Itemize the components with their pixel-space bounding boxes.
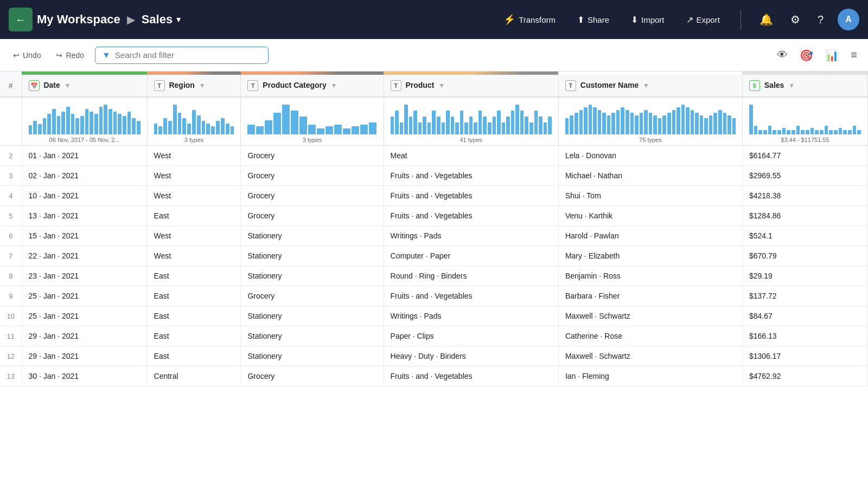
data-cell[interactable]: $670.79 bbox=[742, 246, 867, 266]
redo-button[interactable]: ↪ Redo bbox=[52, 48, 88, 63]
data-cell[interactable]: Grocery bbox=[241, 146, 384, 166]
transform-button[interactable]: ⚡ Transform bbox=[498, 10, 561, 29]
data-cell[interactable]: $6164.77 bbox=[742, 146, 867, 166]
data-cell[interactable]: Lela · Donovan bbox=[558, 146, 742, 166]
col-header-customer[interactable]: T Customer Name ▼ bbox=[558, 75, 742, 97]
data-cell[interactable]: Central bbox=[147, 366, 241, 386]
col-header-region[interactable]: T Region ▼ bbox=[147, 75, 241, 97]
data-cell[interactable]: Fruits · and · Vegetables bbox=[384, 166, 558, 186]
data-cell[interactable]: Barbara · Fisher bbox=[558, 286, 742, 306]
undo-button[interactable]: ↩ Undo bbox=[9, 48, 45, 63]
data-cell[interactable]: West bbox=[147, 166, 241, 186]
data-cell[interactable]: Benjamin · Ross bbox=[558, 266, 742, 286]
view-toggle-button[interactable]: 👁 bbox=[775, 47, 790, 63]
data-cell[interactable]: 30 · Jan · 2021 bbox=[22, 366, 147, 386]
data-cell[interactable]: $137.72 bbox=[742, 286, 867, 306]
avatar[interactable]: A bbox=[838, 9, 859, 30]
col-header-product[interactable]: T Product ▼ bbox=[384, 75, 558, 97]
data-cell[interactable]: 01 · Jan · 2021 bbox=[22, 146, 147, 166]
help-button[interactable]: ? bbox=[814, 10, 827, 29]
data-cell[interactable]: $1284.86 bbox=[742, 206, 867, 226]
customer-chart-label: 75 types bbox=[565, 137, 736, 143]
data-cell[interactable]: East bbox=[147, 266, 241, 286]
data-cell[interactable]: 23 · Jan · 2021 bbox=[22, 266, 147, 286]
data-cell[interactable]: Stationery bbox=[241, 226, 384, 246]
data-cell[interactable]: Stationery bbox=[241, 346, 384, 366]
notification-button[interactable]: 🔔 bbox=[756, 10, 776, 29]
data-cell[interactable]: East bbox=[147, 326, 241, 346]
export-button[interactable]: ↗ Export bbox=[681, 11, 725, 28]
data-cell[interactable]: Harold · Pawlan bbox=[558, 226, 742, 246]
data-cell[interactable]: $84.67 bbox=[742, 306, 867, 326]
chart-cell-customer: 75 types bbox=[558, 97, 742, 146]
data-cell[interactable]: Writings · Pads bbox=[384, 226, 558, 246]
data-cell[interactable]: $29.19 bbox=[742, 266, 867, 286]
filter-panel-button[interactable]: ≡ bbox=[848, 47, 859, 63]
data-cell[interactable]: West bbox=[147, 186, 241, 206]
data-cell[interactable]: East bbox=[147, 206, 241, 226]
data-cell[interactable]: 29 · Jan · 2021 bbox=[22, 326, 147, 346]
data-cell[interactable]: Fruits · and · Vegetables bbox=[384, 186, 558, 206]
data-cell[interactable]: Meat bbox=[384, 146, 558, 166]
data-cell[interactable]: East bbox=[147, 346, 241, 366]
data-cell[interactable]: 29 · Jan · 2021 bbox=[22, 346, 147, 366]
data-cell[interactable]: Grocery bbox=[241, 186, 384, 206]
data-cell[interactable]: Fruits · and · Vegetables bbox=[384, 286, 558, 306]
data-cell[interactable]: West bbox=[147, 146, 241, 166]
data-cell[interactable]: 13 · Jan · 2021 bbox=[22, 206, 147, 226]
settings-button[interactable]: ⚙ bbox=[787, 10, 803, 29]
data-cell[interactable]: $4762.92 bbox=[742, 366, 867, 386]
col-header-category[interactable]: T Product Category ▼ bbox=[241, 75, 384, 97]
data-cell[interactable]: Heavy · Duty · Binders bbox=[384, 346, 558, 366]
nav-title[interactable]: Sales ▼ bbox=[142, 12, 182, 27]
data-cell[interactable]: Computer · Paper bbox=[384, 246, 558, 266]
data-cell[interactable]: Catherine · Rose bbox=[558, 326, 742, 346]
data-cell[interactable]: East bbox=[147, 286, 241, 306]
data-cell[interactable]: Writings · Pads bbox=[384, 306, 558, 326]
search-input[interactable] bbox=[115, 50, 261, 60]
data-cell[interactable]: Fruits · and · Vegetables bbox=[384, 206, 558, 226]
data-cell[interactable]: West bbox=[147, 226, 241, 246]
import-button[interactable]: ⬇ Import bbox=[626, 11, 670, 28]
data-cell[interactable]: 25 · Jan · 2021 bbox=[22, 306, 147, 326]
data-cell[interactable]: $166.13 bbox=[742, 326, 867, 346]
data-cell[interactable]: Maxwell · Schwartz bbox=[558, 346, 742, 366]
data-cell[interactable]: Michael · Nathan bbox=[558, 166, 742, 186]
share-button[interactable]: ⬆ Share bbox=[572, 11, 615, 28]
data-cell[interactable]: West bbox=[147, 246, 241, 266]
data-cell[interactable]: East bbox=[147, 306, 241, 326]
mini-bar bbox=[483, 117, 487, 134]
data-cell[interactable]: Paper · Clips bbox=[384, 326, 558, 346]
data-cell[interactable]: 22 · Jan · 2021 bbox=[22, 246, 147, 266]
data-cell[interactable]: Grocery bbox=[241, 286, 384, 306]
data-cell[interactable]: 02 · Jan · 2021 bbox=[22, 166, 147, 186]
data-cell[interactable]: 25 · Jan · 2021 bbox=[22, 286, 147, 306]
data-cell[interactable]: 10 · Jan · 2021 bbox=[22, 186, 147, 206]
data-cell[interactable]: Grocery bbox=[241, 166, 384, 186]
data-cell[interactable]: $4218.38 bbox=[742, 186, 867, 206]
back-button[interactable]: ← bbox=[9, 8, 33, 31]
customer-type-icon: T bbox=[565, 80, 576, 91]
data-cell[interactable]: Stationery bbox=[241, 266, 384, 286]
col-header-sales[interactable]: $ Sales ▼ bbox=[742, 75, 867, 97]
data-cell[interactable]: Grocery bbox=[241, 366, 384, 386]
data-cell[interactable]: Mary · Elizabeth bbox=[558, 246, 742, 266]
data-cell[interactable]: $1306.17 bbox=[742, 346, 867, 366]
data-cell[interactable]: Round · Ring · Binders bbox=[384, 266, 558, 286]
data-cell[interactable]: Shui · Tom bbox=[558, 186, 742, 206]
col-header-date[interactable]: 📅 Date ▼ bbox=[22, 75, 147, 97]
data-cell[interactable]: Stationery bbox=[241, 326, 384, 346]
data-cell[interactable]: 15 · Jan · 2021 bbox=[22, 226, 147, 246]
data-cell[interactable]: Fruits · and · Vegetables bbox=[384, 366, 558, 386]
data-cell[interactable]: Ian · Fleming bbox=[558, 366, 742, 386]
data-cell[interactable]: Grocery bbox=[241, 206, 384, 226]
data-cell[interactable]: $2969.55 bbox=[742, 166, 867, 186]
data-cell[interactable]: Venu · Karthik bbox=[558, 206, 742, 226]
mini-bar bbox=[820, 130, 824, 134]
data-cell[interactable]: Stationery bbox=[241, 306, 384, 326]
data-cell[interactable]: Maxwell · Schwartz bbox=[558, 306, 742, 326]
data-cell[interactable]: Stationery bbox=[241, 246, 384, 266]
data-cell[interactable]: $524.1 bbox=[742, 226, 867, 246]
chart-button[interactable]: 📊 bbox=[823, 47, 841, 64]
target-button[interactable]: 🎯 bbox=[797, 47, 815, 64]
